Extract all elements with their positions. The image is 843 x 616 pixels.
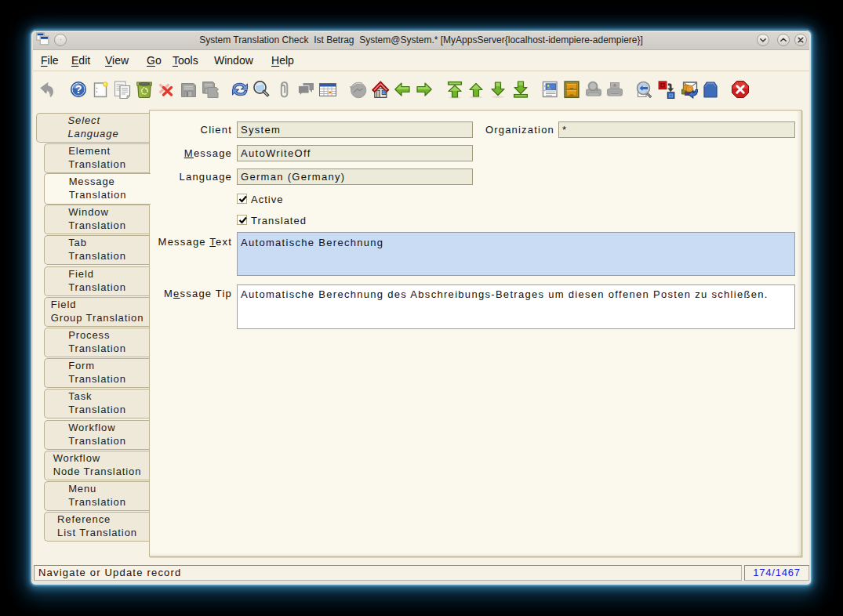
svg-text:?: ? bbox=[75, 83, 82, 96]
